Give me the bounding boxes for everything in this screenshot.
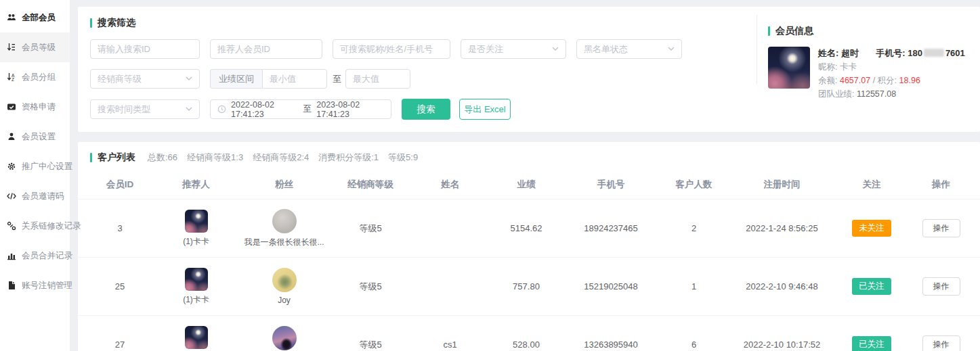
referrer-id-input[interactable] [210, 39, 322, 59]
chevron-down-icon [668, 47, 675, 51]
users-icon [7, 13, 17, 23]
col-dealer-level: 经销商等级 [330, 179, 411, 191]
cell-fan: Lazy Cat [238, 326, 330, 351]
cell-register-time: 2022-2-10 10:17:52 [729, 340, 834, 350]
top-card: 搜索筛选 是否关注 黑名单状态 经销商等级 业绩区间 至 [78, 7, 980, 132]
cell-referrer: (1)卡卡 [154, 268, 238, 306]
gear-icon [7, 162, 17, 172]
phone-prefix: 180 [908, 48, 922, 58]
svg-text:Z: Z [12, 77, 14, 82]
customer-list-stats: 总数:66 经销商等级1:3 经销商等级2:4 消费积分等级:1 等级5:9 [148, 151, 418, 164]
sidebar-item-promotion-settings[interactable]: 推广中心设置 [0, 151, 70, 181]
sidebar-item-label: 会员邀请码 [22, 191, 64, 202]
sidebar-item-label: 关系链修改记录 [22, 220, 81, 232]
inbox-check-icon [7, 102, 17, 112]
sidebar-item-label: 会员等级 [22, 42, 56, 53]
member-name-phone-line: 姓名: 超时 手机号: 1807601 [818, 47, 965, 60]
bar-chart-icon [7, 251, 17, 261]
cell-action: 操作 [909, 335, 973, 351]
sidebar-item-member-settings[interactable]: 会员设置 [0, 122, 70, 151]
referrer-avatar [185, 326, 208, 349]
date-range-input[interactable]: 2022-08-02 17:41:23 至 2023-08-02 17:41:2… [210, 99, 391, 119]
fan-avatar [272, 326, 297, 350]
referrer-avatar [185, 210, 208, 233]
dealer-level-select[interactable]: 经销商等级 [90, 69, 200, 89]
col-phone: 手机号 [563, 179, 658, 191]
export-excel-button[interactable]: 导出 Excel [459, 99, 511, 120]
stat-points-level: 消费积分等级:1 [318, 151, 379, 164]
balance-label: 余额: [818, 76, 837, 85]
cell-fan: Joy [238, 268, 330, 305]
cell-action: 操作 [909, 277, 973, 296]
sidebar-item-label: 推广中心设置 [22, 161, 72, 172]
search-id-input[interactable] [90, 39, 200, 59]
sidebar-item-label: 会员分组 [22, 72, 56, 83]
code-icon [7, 191, 17, 202]
sidebar-item-member-group[interactable]: AZ 会员分组 [0, 62, 70, 92]
member-info-panel: 会员信息 姓名: 超时 手机号: 1807601 昵称: 卡卡 余额: 4657 [757, 15, 980, 85]
sidebar-item-relation-log[interactable]: 关系链修改记录 [0, 211, 70, 241]
search-filter-panel: 搜索筛选 是否关注 黑名单状态 经销商等级 业绩区间 至 [78, 7, 757, 132]
sidebar-item-qualification[interactable]: 资格申请 [0, 92, 70, 122]
sidebar-item-invite-code[interactable]: 会员邀请码 [0, 181, 70, 211]
sidebar-item-label: 会员合并记录 [22, 250, 72, 262]
time-type-select-value: 搜索时间类型 [98, 103, 150, 116]
cell-referrer: (1)卡卡 [154, 326, 238, 351]
row-action-button[interactable]: 操作 [922, 219, 960, 237]
title-accent-bar [90, 18, 92, 28]
member-balance-line: 余额: 4657.07 / 积分: 18.96 [818, 74, 965, 87]
row-action-button[interactable]: 操作 [922, 335, 960, 351]
col-name: 姓名 [411, 179, 489, 191]
table-row: 27 (1)卡卡 Lazy Cat 等级5 cs1 528.00 1326389… [78, 315, 980, 351]
separator: / [873, 76, 875, 85]
fan-name: 我是一条很长很长很... [244, 237, 324, 248]
team-performance-label: 团队业绩: [818, 89, 854, 99]
sidebar: 全部会员 会员等级 AZ 会员分组 资格申请 会员设置 推广中心设置 会员邀请码… [0, 0, 70, 351]
customer-list-title-text: 客户列表 [98, 151, 135, 164]
sidebar-item-account-cancel[interactable]: 账号注销管理 [0, 271, 70, 300]
follow-select-value: 是否关注 [468, 43, 503, 55]
blacklist-select[interactable]: 黑名单状态 [576, 39, 682, 59]
cell-register-time: 2022-1-24 8:56:25 [729, 223, 834, 233]
search-button[interactable]: 搜索 [402, 99, 450, 120]
cell-dealer-level: 等级5 [330, 339, 411, 351]
keyword-input[interactable] [333, 39, 450, 59]
sidebar-item-label: 资格申请 [22, 101, 56, 113]
customer-list-title: 客户列表 [90, 151, 135, 164]
nickname-value: 卡卡 [840, 62, 857, 72]
team-performance-value: 112557.08 [857, 89, 896, 99]
performance-max-input[interactable] [345, 69, 410, 89]
sidebar-item-all-members[interactable]: 全部会员 [0, 3, 70, 32]
points-label: 积分: [878, 76, 897, 85]
stat-level5: 等级5:9 [388, 151, 418, 164]
time-type-select[interactable]: 搜索时间类型 [90, 99, 200, 119]
phone-suffix: 7601 [945, 48, 965, 58]
col-referrer: 推荐人 [154, 179, 238, 191]
sidebar-item-label: 全部会员 [22, 12, 56, 24]
stat-dealer-level2: 经销商等级2:4 [253, 151, 309, 164]
referrer-name: (1)卡卡 [183, 294, 209, 306]
dealer-level-select-value: 经销商等级 [98, 73, 142, 85]
row-action-button[interactable]: 操作 [922, 277, 960, 296]
phone-masked-segment [924, 49, 944, 57]
cell-follow: 未关注 [834, 220, 909, 237]
follow-select[interactable]: 是否关注 [461, 39, 566, 59]
performance-min-input[interactable] [262, 69, 327, 89]
sidebar-item-member-level[interactable]: 会员等级 [0, 32, 70, 62]
chevron-down-icon [186, 107, 192, 112]
table-header: 会员ID 推荐人 粉丝 经销商等级 姓名 业绩 手机号 客户人数 注册时间 关注… [78, 170, 980, 199]
member-info-title-text: 会员信息 [775, 25, 813, 37]
cell-phone: 15219025048 [563, 281, 658, 291]
cell-referrer: (1)卡卡 [154, 210, 238, 248]
member-avatar [768, 47, 810, 89]
blacklist-select-value: 黑名单状态 [584, 43, 628, 55]
table-row: 25 (1)卡卡 Joy 等级5 757.80 15219025048 1 20… [78, 257, 980, 315]
cell-performance: 757.80 [489, 281, 563, 291]
follow-status-badge: 已关注 [852, 278, 891, 295]
link-icon [7, 221, 17, 231]
file-icon [7, 281, 17, 291]
date-start-value: 2022-08-02 17:41:23 [231, 100, 299, 119]
sidebar-item-merge-log[interactable]: 会员合并记录 [0, 241, 70, 271]
nickname-label: 昵称: [818, 62, 837, 72]
referrer-name: (1)卡卡 [183, 236, 209, 248]
